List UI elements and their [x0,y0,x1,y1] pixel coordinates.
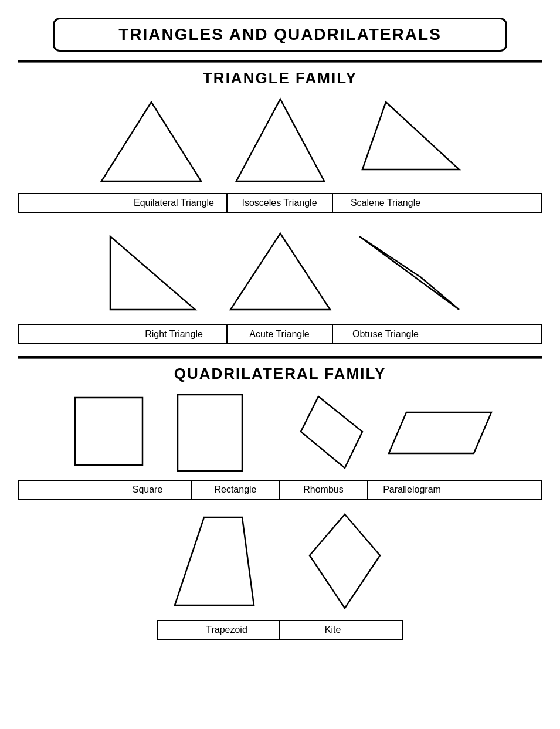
triangle-labels-row1: Equilateral Triangle Isosceles Triangle … [18,193,542,213]
obtuse-triangle-svg [351,225,468,318]
svg-marker-9 [389,412,491,453]
page: TRIANGLES AND QUADRILATERALS TRIANGLE FA… [0,0,560,655]
rhombus-label: Rhombus [280,481,368,499]
trapezoid-label: Trapezoid [175,621,280,639]
main-title-box: TRIANGLES AND QUADRILATERALS [53,18,507,52]
isosceles-label: Isosceles Triangle [228,194,333,212]
triangle-row-2 [18,225,542,318]
quad-row-2 [18,511,542,614]
parallelogram-svg [383,404,497,462]
top-divider [18,60,542,63]
quad-labels-row1: Square Rectangle Rhombus Parallelogram [18,480,542,500]
svg-marker-4 [230,233,330,310]
svg-marker-1 [236,99,324,181]
scalene-triangle-svg [351,93,468,187]
equilateral-label: Equilateral Triangle [122,194,228,212]
parallelogram-label: Parallelogram [368,481,456,499]
rectangle-label: Rectangle [192,481,280,499]
right-triangle-svg [93,225,210,318]
svg-rect-7 [178,395,242,471]
equilateral-triangle-svg [93,93,210,187]
svg-marker-2 [362,102,459,169]
triangle-labels-row2: Right Triangle Acute Triangle Obtuse Tri… [18,324,542,344]
main-title: TRIANGLES AND QUADRILATERALS [118,25,442,44]
quad-section-title: QUADRILATERAL FAMILY [18,365,542,383]
acute-triangle-svg [222,225,339,318]
svg-marker-10 [175,517,254,605]
isosceles-triangle-svg [222,93,339,187]
section-divider [18,356,542,359]
svg-marker-11 [310,514,380,608]
svg-marker-5 [359,236,459,310]
kite-svg [286,511,403,614]
triangle-section: TRIANGLE FAMILY Equilateral Triangle Iso… [18,69,542,344]
rhombus-svg [269,392,371,474]
acute-label: Acute Triangle [228,325,333,343]
right-label: Right Triangle [122,325,228,343]
kite-label: Kite [280,621,386,639]
rectangle-svg [166,392,257,474]
square-label: Square [104,481,192,499]
svg-rect-6 [75,398,142,465]
triangle-row-1 [18,93,542,187]
obtuse-label: Obtuse Triangle [333,325,439,343]
quadrilateral-section: QUADRILATERAL FAMILY Square Rectangle [18,365,542,640]
scalene-label: Scalene Triangle [333,194,439,212]
svg-marker-8 [301,396,362,468]
square-svg [63,392,154,474]
svg-marker-0 [101,102,201,181]
trapezoid-svg [157,511,274,614]
triangle-section-title: TRIANGLE FAMILY [18,69,542,87]
svg-marker-3 [110,236,195,310]
quad-row-1 [18,392,542,474]
quad-labels-row2: Trapezoid Kite [157,620,403,640]
